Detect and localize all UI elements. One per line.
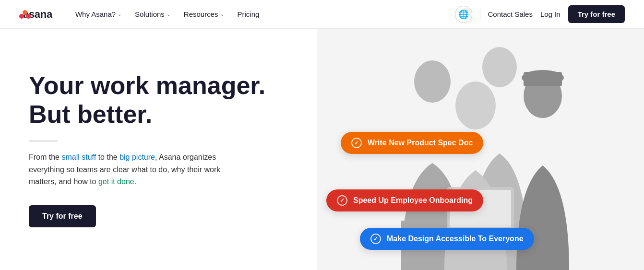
language-selector[interactable]: 🌐 — [455, 6, 472, 23]
check-icon-1: ✓ — [351, 138, 362, 148]
svg-rect-6 — [524, 72, 562, 86]
contact-sales-link[interactable]: Contact Sales — [488, 10, 533, 18]
hero-headline: Your work manager. But better. — [29, 71, 288, 129]
highlight-done: get it done — [98, 177, 134, 186]
svg-point-0 — [414, 60, 451, 103]
nav-item-why-asana[interactable]: Why Asana? ⌄ — [70, 6, 127, 22]
chevron-down-icon: ⌄ — [220, 12, 224, 17]
svg-point-2 — [482, 47, 517, 87]
check-icon-2: ✓ — [337, 195, 347, 206]
nav-item-resources[interactable]: Resources ⌄ — [178, 6, 230, 22]
chevron-down-icon: ⌄ — [118, 12, 121, 17]
logo[interactable]: asana — [19, 8, 52, 21]
globe-icon: 🌐 — [458, 9, 469, 20]
check-icon-3: ✓ — [370, 234, 381, 244]
nav-item-pricing[interactable]: Pricing — [232, 6, 265, 22]
hero-left: Your work manager. But better. From the … — [0, 29, 317, 270]
task-card-2: ✓ Speed Up Employee Onboarding — [326, 189, 483, 211]
log-in-link[interactable]: Log In — [540, 10, 561, 18]
nav-divider — [480, 9, 480, 20]
nav-right: 🌐 Contact Sales Log In Try for free — [455, 5, 625, 23]
hero-right: ✓ Write New Product Spec Doc ✓ Speed Up … — [317, 29, 644, 270]
chevron-down-icon: ⌄ — [167, 12, 170, 17]
try-for-free-hero-button[interactable]: Try for free — [29, 205, 96, 227]
highlight-big: big picture — [119, 153, 155, 161]
nav-links: Why Asana? ⌄ Solutions ⌄ Resources ⌄ Pri… — [70, 6, 455, 22]
nav-item-solutions[interactable]: Solutions ⌄ — [129, 6, 176, 22]
task-card-1: ✓ Write New Product Spec Doc — [341, 132, 483, 154]
highlight-clear: clear — [113, 165, 130, 174]
hero-section: Your work manager. But better. From the … — [0, 29, 644, 270]
try-for-free-nav-button[interactable]: Try for free — [568, 5, 625, 23]
hero-divider — [29, 141, 58, 141]
highlight-small: small stuff — [61, 153, 96, 161]
svg-point-3 — [455, 82, 496, 129]
navbar: asana Why Asana? ⌄ Solutions ⌄ Resources… — [0, 0, 644, 29]
hero-body-text: From the small stuff to the big picture,… — [29, 151, 240, 188]
task-card-3: ✓ Make Design Accessible To Everyone — [360, 228, 534, 250]
